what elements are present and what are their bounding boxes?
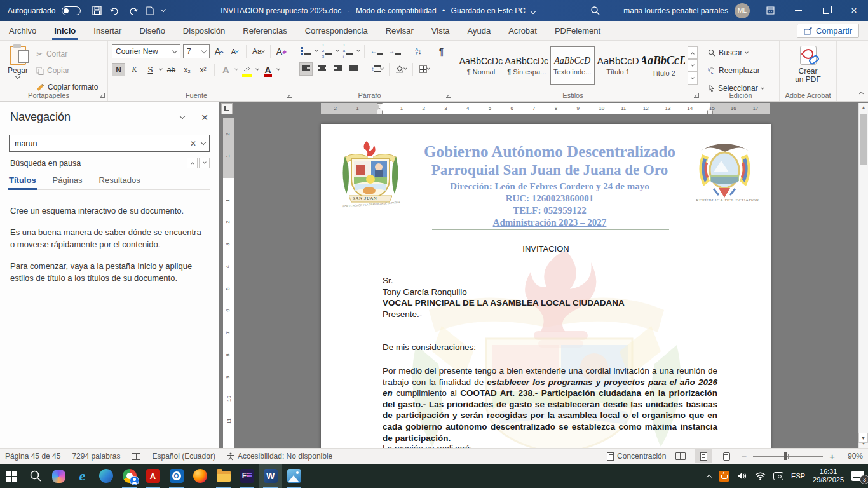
- zoom-thumb[interactable]: [784, 452, 787, 460]
- show-marks-button[interactable]: ¶: [435, 44, 448, 58]
- styles-gallery-expand[interactable]: [688, 72, 698, 85]
- align-center-button[interactable]: [315, 62, 329, 76]
- multilevel-list-button[interactable]: 1ai: [341, 44, 355, 58]
- zoom-level[interactable]: 90%: [841, 452, 863, 461]
- clipboard-dialog-launcher[interactable]: [100, 93, 105, 98]
- scrollbar-thumb[interactable]: [860, 114, 867, 165]
- bullets-button[interactable]: [299, 44, 313, 58]
- underline-chevron-icon[interactable]: [159, 67, 163, 71]
- decrease-indent-button[interactable]: ←: [369, 44, 384, 58]
- vertical-scrollbar[interactable]: ▲ ▼: [858, 103, 868, 448]
- photos-button[interactable]: [282, 464, 306, 488]
- bullets-chevron-icon[interactable]: [315, 48, 318, 52]
- firefox-button[interactable]: [188, 464, 212, 488]
- nav-tab-paginas[interactable]: Páginas: [53, 175, 83, 185]
- align-left-button[interactable]: [299, 62, 313, 76]
- tab-inicio[interactable]: Inicio: [45, 21, 85, 40]
- style-normal[interactable]: AaBbCcDc¶ Normal: [459, 46, 503, 85]
- text-effects-button[interactable]: A: [219, 63, 233, 76]
- language-indicator[interactable]: Español (Ecuador): [152, 452, 215, 461]
- increase-indent-button[interactable]: →: [387, 44, 402, 58]
- bold-button[interactable]: N: [112, 63, 125, 76]
- tab-correspondencia[interactable]: Correspondencia: [296, 21, 377, 40]
- tab-vista[interactable]: Vista: [423, 21, 459, 40]
- create-pdf-button[interactable]: Crear un PDF: [783, 44, 832, 84]
- tab-pdfelement[interactable]: PDFelement: [546, 21, 609, 40]
- word-button[interactable]: W: [259, 464, 282, 488]
- zoom-slider[interactable]: [753, 456, 823, 457]
- styles-dialog-launcher[interactable]: [694, 93, 699, 98]
- subscript-button[interactable]: x₂: [180, 63, 194, 76]
- borders-button[interactable]: [417, 62, 431, 76]
- copy-button[interactable]: Copiar: [34, 64, 104, 78]
- tab-diseno[interactable]: Diseño: [130, 21, 173, 40]
- strikethrough-button[interactable]: ab: [165, 63, 178, 76]
- wifi-icon[interactable]: [755, 472, 766, 480]
- java-tray-icon[interactable]: [719, 471, 729, 482]
- style-titulo-2[interactable]: AaBbCcDTítulo 2: [642, 46, 686, 85]
- focus-mode-button[interactable]: Concentración: [607, 452, 666, 461]
- nav-tab-resultados[interactable]: Resultados: [99, 175, 140, 185]
- styles-scroll-up[interactable]: [688, 46, 698, 59]
- proofing-status[interactable]: [132, 453, 140, 460]
- shrink-font-button[interactable]: A: [228, 45, 241, 58]
- scroll-up-arrow[interactable]: ▲: [859, 103, 868, 112]
- find-button[interactable]: Buscar: [706, 46, 775, 60]
- edge-button[interactable]: [94, 464, 118, 488]
- grow-font-button[interactable]: A: [212, 45, 226, 58]
- undo-icon[interactable]: [109, 6, 120, 15]
- highlight-chevron-icon[interactable]: [255, 67, 259, 71]
- nav-search-input[interactable]: [10, 139, 190, 148]
- style-titulo-1[interactable]: AaBbCcDTítulo 1: [596, 46, 641, 85]
- page-indicator[interactable]: Página 45 de 45: [5, 452, 60, 461]
- sort-button[interactable]: AZ↓: [412, 44, 425, 58]
- superscript-button[interactable]: x²: [196, 63, 210, 76]
- nav-pane-options-chevron-icon[interactable]: [180, 114, 185, 119]
- multilevel-chevron-icon[interactable]: [356, 48, 360, 52]
- search-options-chevron-icon[interactable]: [201, 140, 206, 145]
- cut-button[interactable]: ✂Cortar: [34, 47, 104, 61]
- nav-close-icon[interactable]: ✕: [201, 112, 208, 123]
- touch-mode-icon[interactable]: [146, 6, 154, 15]
- v-ruler[interactable]: 211234567891011: [223, 118, 234, 448]
- tab-acrobat[interactable]: Acrobat: [499, 21, 546, 40]
- internet-explorer-button[interactable]: e: [71, 464, 94, 488]
- styles-scroll-down[interactable]: [688, 59, 698, 72]
- minimize-button[interactable]: [784, 0, 812, 21]
- tray-expand-chevron-icon[interactable]: [707, 474, 712, 479]
- notification-center-button[interactable]: 3: [851, 471, 864, 481]
- next-page-button[interactable]: ▼: [858, 433, 868, 443]
- nav-tab-titulos[interactable]: Títulos: [9, 175, 36, 185]
- replace-button[interactable]: bcReemplazar: [706, 64, 775, 78]
- autosave-toggle[interactable]: [62, 6, 81, 15]
- document-title[interactable]: INVITACION presupuesto 2025.doc - Modo d…: [165, 6, 590, 15]
- next-result-button[interactable]: [199, 158, 210, 168]
- italic-button[interactable]: K: [128, 63, 141, 76]
- highlight-button[interactable]: [240, 63, 254, 76]
- tab-archivo[interactable]: Archivo: [0, 21, 45, 40]
- share-button[interactable]: Compartir: [797, 24, 859, 38]
- style-texto-independiente[interactable]: AaBbCcDTexto inde...: [550, 46, 595, 85]
- taskbar-search-button[interactable]: [24, 464, 47, 488]
- zoom-in-button[interactable]: +: [829, 451, 835, 462]
- underline-button[interactable]: S: [144, 63, 157, 76]
- tray-app-icon[interactable]: [773, 472, 783, 480]
- line-spacing-button[interactable]: ↕: [370, 62, 384, 76]
- accessibility-status[interactable]: Accesibilidad: No disponible: [227, 452, 332, 461]
- print-layout-button[interactable]: [695, 449, 712, 463]
- chrome-button[interactable]: [118, 464, 141, 488]
- volume-icon[interactable]: [737, 471, 747, 480]
- acrobat-button[interactable]: A: [141, 464, 165, 488]
- start-button[interactable]: [0, 464, 24, 488]
- collapse-ribbon-button[interactable]: [860, 88, 863, 97]
- read-mode-button[interactable]: [672, 449, 689, 463]
- tab-disposicion[interactable]: Disposición: [174, 21, 234, 40]
- h-ruler[interactable]: 21123456789101112131415161718: [321, 103, 770, 114]
- web-layout-button[interactable]: [718, 449, 735, 463]
- file-explorer-button[interactable]: [212, 464, 235, 488]
- paragraph-dialog-launcher[interactable]: [446, 93, 451, 98]
- word-count[interactable]: 7294 palabras: [72, 452, 120, 461]
- tab-ayuda[interactable]: Ayuda: [458, 21, 499, 40]
- font-dialog-launcher[interactable]: [287, 93, 292, 98]
- user-name[interactable]: maria lourdes peñafiel parrales: [623, 6, 728, 15]
